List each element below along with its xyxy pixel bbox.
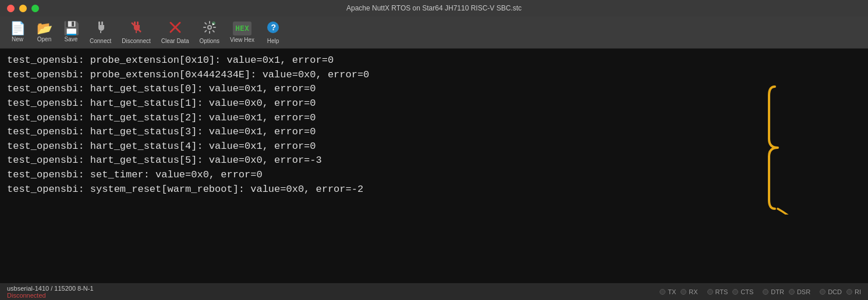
terminal-line-1: test_opensbi: probe_extension[0x4442434E…: [7, 68, 861, 83]
terminal-line-7: test_opensbi: hart_get_status[5]: value=…: [7, 153, 861, 168]
rts-dot: [707, 289, 713, 295]
save-button[interactable]: 💾 Save: [58, 20, 84, 45]
dcd-label: DCD: [828, 288, 842, 295]
ri-label: RI: [855, 288, 861, 295]
terminal-output: test_opensbi: probe_extension[0x10]: val…: [0, 49, 868, 283]
window-controls: [7, 5, 39, 12]
disconnect-icon: [129, 20, 143, 37]
open-icon: 📂: [37, 22, 52, 35]
tx-indicator: TX: [660, 288, 676, 295]
statusbar: usbserial-1410 / 115200 8-N-1 Disconnect…: [0, 283, 868, 300]
tx-dot: [660, 289, 665, 295]
view-hex-icon: HEX: [233, 22, 251, 36]
svg-text:▶: ▶: [212, 22, 214, 26]
connection-status: Disconnected: [7, 292, 94, 299]
tx-rx-group: TX RX: [660, 288, 697, 295]
svg-rect-5: [136, 31, 137, 33]
view-hex-button[interactable]: HEX View Hex: [225, 19, 259, 46]
titlebar: Apache NuttX RTOS on Star64 JH7110 RISC-…: [0, 0, 868, 16]
disconnect-button[interactable]: Disconnect: [117, 18, 155, 47]
rx-label: RX: [689, 288, 697, 295]
options-icon: ▶: [203, 20, 217, 37]
ri-dot: [846, 289, 852, 295]
toolbar: 📄 New 📂 Open 💾 Save Connect: [0, 16, 868, 49]
help-label: Help: [267, 38, 279, 44]
dcd-ri-group: DCD RI: [820, 288, 861, 295]
dsr-dot: [789, 289, 795, 295]
dtr-label: DTR: [771, 288, 784, 295]
statusbar-indicators: TX RX RTS CTS DTR: [660, 288, 861, 295]
clear-data-button[interactable]: Clear Data: [157, 18, 194, 47]
new-button[interactable]: 📄 New: [5, 20, 30, 45]
minimize-button[interactable]: [19, 5, 27, 12]
dtr-dot: [763, 289, 768, 295]
open-button[interactable]: 📂 Open: [31, 20, 57, 45]
cts-indicator: CTS: [732, 288, 753, 295]
terminal-line-0: test_opensbi: probe_extension[0x10]: val…: [7, 53, 861, 68]
terminal-line-8: test_opensbi: set_timer: value=0x0, erro…: [7, 168, 861, 183]
port-info: usbserial-1410 / 115200 8-N-1: [7, 285, 94, 292]
connect-icon: [94, 20, 108, 37]
dtr-indicator: DTR: [763, 288, 784, 295]
clear-data-label: Clear Data: [161, 38, 189, 44]
open-label: Open: [37, 36, 51, 42]
cts-dot: [732, 289, 738, 295]
clear-data-icon: [168, 20, 182, 37]
rx-dot: [681, 289, 686, 295]
dcd-dot: [820, 289, 826, 295]
rx-indicator: RX: [681, 288, 697, 295]
connect-button[interactable]: Connect: [85, 18, 116, 47]
new-label: New: [12, 36, 23, 42]
dcd-indicator: DCD: [820, 288, 842, 295]
terminal-line-5: test_opensbi: hart_get_status[3]: value=…: [7, 125, 861, 140]
cts-label: CTS: [741, 288, 753, 295]
connect-label: Connect: [90, 38, 111, 44]
rts-cts-group: RTS CTS: [707, 288, 754, 295]
svg-text:?: ?: [271, 23, 277, 32]
terminal-line-2: test_opensbi: hart_get_status[0]: value=…: [7, 82, 861, 97]
save-icon: 💾: [63, 22, 79, 35]
rts-indicator: RTS: [707, 288, 728, 295]
terminal-line-6: test_opensbi: hart_get_status[4]: value=…: [7, 140, 861, 154]
svg-rect-1: [101, 22, 103, 25]
statusbar-left: usbserial-1410 / 115200 8-N-1 Disconnect…: [7, 285, 94, 299]
help-button[interactable]: ? Help: [260, 18, 286, 47]
help-icon: ?: [266, 20, 280, 37]
view-hex-label: View Hex: [230, 37, 254, 43]
dtr-dsr-group: DTR DSR: [763, 288, 810, 295]
svg-rect-4: [137, 22, 139, 25]
terminal-line-3: test_opensbi: hart_get_status[1]: value=…: [7, 97, 861, 111]
svg-rect-2: [100, 31, 101, 33]
svg-rect-0: [98, 22, 100, 25]
terminal-line-4: test_opensbi: hart_get_status[2]: value=…: [7, 111, 861, 126]
dsr-indicator: DSR: [789, 288, 810, 295]
new-icon: 📄: [10, 22, 26, 35]
rts-label: RTS: [715, 288, 728, 295]
terminal-line-9: test_opensbi: system_reset[warm_reboot]:…: [7, 183, 861, 197]
window-title: Apache NuttX RTOS on Star64 JH7110 RISC-…: [346, 4, 522, 12]
disconnect-label: Disconnect: [122, 38, 150, 44]
dsr-label: DSR: [797, 288, 810, 295]
maximize-button[interactable]: [31, 5, 39, 12]
close-button[interactable]: [7, 5, 15, 12]
save-label: Save: [65, 36, 78, 42]
options-label: Options: [200, 38, 219, 44]
ri-indicator: RI: [846, 288, 861, 295]
options-button[interactable]: ▶ Options: [195, 18, 224, 47]
tx-label: TX: [668, 288, 676, 295]
svg-point-9: [208, 26, 211, 29]
